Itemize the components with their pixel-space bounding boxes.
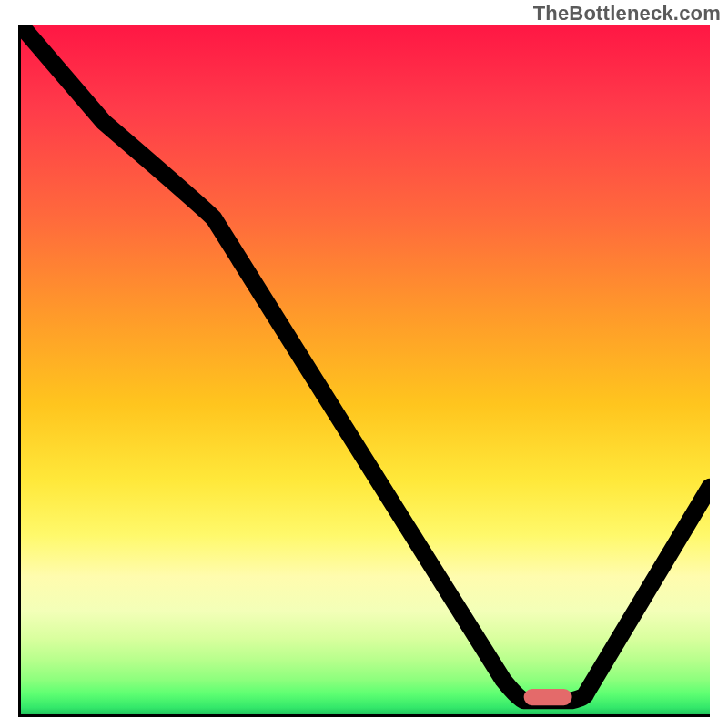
bottleneck-curve	[21, 25, 710, 701]
chart-canvas: TheBottleneck.com	[0, 0, 728, 728]
plot-area	[18, 25, 710, 717]
watermark-text: TheBottleneck.com	[533, 2, 721, 25]
optimal-range-marker	[524, 689, 572, 705]
chart-overlay	[21, 25, 710, 714]
